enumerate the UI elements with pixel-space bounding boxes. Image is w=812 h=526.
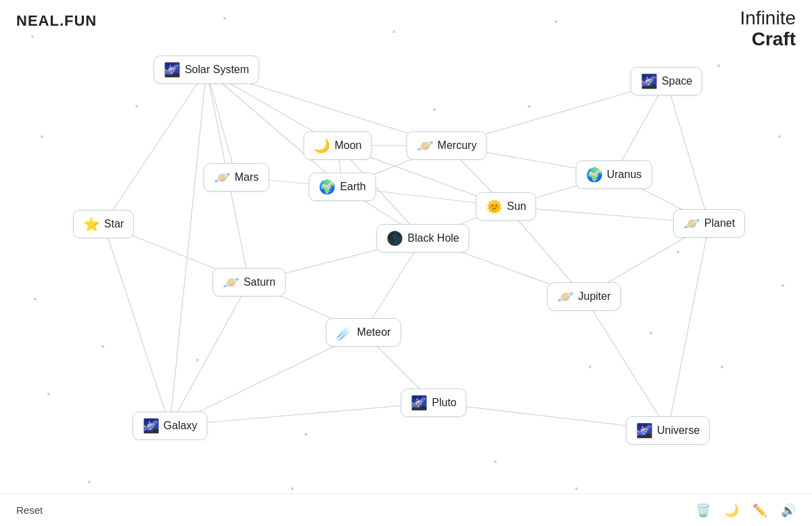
space-emoji: 🌌 <box>641 73 658 89</box>
decorative-dot <box>291 487 294 490</box>
meteor-label: Meteor <box>357 326 391 338</box>
solar-system-emoji: 🌌 <box>164 62 181 78</box>
mercury-label: Mercury <box>438 139 477 152</box>
trash-icon[interactable]: 🗑️ <box>696 503 710 518</box>
decorative-dot <box>223 17 226 20</box>
node-jupiter[interactable]: 🪐Jupiter <box>547 282 621 311</box>
uranus-emoji: 🌍 <box>586 167 603 183</box>
node-mars[interactable]: 🪐Mars <box>204 163 269 192</box>
decorative-dot <box>196 359 199 361</box>
star-label: Star <box>104 218 124 230</box>
mars-emoji: 🪐 <box>214 169 231 185</box>
connection-line <box>104 224 170 426</box>
moon-icon[interactable]: 🌙 <box>724 503 739 518</box>
jupiter-label: Jupiter <box>578 290 610 303</box>
decorative-dot <box>392 30 395 33</box>
saturn-emoji: 🪐 <box>223 274 240 290</box>
mars-label: Mars <box>235 171 259 183</box>
node-pluto[interactable]: 🌌Pluto <box>401 389 466 417</box>
star-emoji: ⭐ <box>83 216 100 232</box>
decorative-dot <box>575 487 578 490</box>
decorative-dot <box>31 35 34 38</box>
planet-emoji: 🪐 <box>683 215 700 232</box>
reset-button[interactable]: Reset <box>16 504 43 516</box>
earth-emoji: 🌍 <box>319 179 336 195</box>
connection-line <box>170 70 206 426</box>
brush-icon[interactable]: ✏️ <box>752 503 767 518</box>
node-space[interactable]: 🌌Space <box>631 67 702 95</box>
connection-line <box>668 223 709 431</box>
black-hole-emoji: 🌑 <box>386 230 403 246</box>
pluto-emoji: 🌌 <box>411 395 428 411</box>
decorative-dot <box>555 20 558 23</box>
bottom-bar: Reset 🗑️ 🌙 ✏️ 🔊 <box>0 494 812 526</box>
decorative-dot <box>494 460 497 463</box>
node-moon[interactable]: 🌙Moon <box>303 131 371 160</box>
sun-label: Sun <box>507 200 526 213</box>
connection-line <box>170 403 434 426</box>
node-meteor[interactable]: ☄️Meteor <box>326 318 401 347</box>
decorative-dot <box>778 135 781 138</box>
black-hole-label: Black Hole <box>407 232 459 244</box>
node-sun[interactable]: 🌞Sun <box>476 192 536 221</box>
decorative-dot <box>782 284 784 287</box>
toolbar: 🗑️ 🌙 ✏️ 🔊 <box>696 503 796 518</box>
node-uranus[interactable]: 🌍Uranus <box>576 160 652 189</box>
decorative-dot <box>47 393 50 395</box>
planet-label: Planet <box>704 217 735 229</box>
node-universe[interactable]: 🌌Universe <box>626 416 710 445</box>
connection-line <box>667 81 709 223</box>
saturn-label: Saturn <box>244 276 275 288</box>
decorative-dot <box>528 105 531 108</box>
sun-emoji: 🌞 <box>486 198 503 215</box>
decorative-dot <box>41 135 43 138</box>
pluto-label: Pluto <box>432 397 456 409</box>
node-solar-system[interactable]: 🌌Solar System <box>154 56 259 84</box>
space-label: Space <box>662 75 692 87</box>
node-planet[interactable]: 🪐Planet <box>673 209 745 238</box>
earth-label: Earth <box>340 181 365 193</box>
meteor-emoji: ☄️ <box>336 324 353 341</box>
universe-emoji: 🌌 <box>636 422 653 439</box>
node-earth[interactable]: 🌍Earth <box>309 173 376 201</box>
connection-line <box>206 70 236 177</box>
jupiter-emoji: 🪐 <box>557 288 574 305</box>
decorative-dot <box>433 108 436 111</box>
uranus-label: Uranus <box>607 169 642 181</box>
decorative-dot <box>88 481 91 483</box>
sound-icon[interactable]: 🔊 <box>781 503 796 518</box>
galaxy-emoji: 🌌 <box>143 418 160 434</box>
universe-label: Universe <box>657 424 700 437</box>
node-saturn[interactable]: 🪐Saturn <box>212 268 286 297</box>
moon-label: Moon <box>334 139 361 152</box>
decorative-dot <box>34 298 37 301</box>
decorative-dot <box>589 366 591 368</box>
connection-line <box>170 282 249 426</box>
galaxy-label: Galaxy <box>164 420 198 432</box>
node-mercury[interactable]: 🪐Mercury <box>407 131 487 160</box>
node-galaxy[interactable]: 🌌Galaxy <box>133 412 208 440</box>
decorative-dot <box>135 105 138 108</box>
moon-emoji: 🌙 <box>313 137 330 154</box>
connection-line <box>584 297 668 431</box>
decorative-dot <box>677 250 679 253</box>
decorative-dot <box>650 332 652 334</box>
decorative-dot <box>102 345 104 348</box>
decorative-dot <box>304 433 307 436</box>
node-black-hole[interactable]: 🌑Black Hole <box>376 224 469 253</box>
connection-line <box>104 70 206 224</box>
mercury-emoji: 🪐 <box>417 137 434 154</box>
solar-system-label: Solar System <box>185 64 249 76</box>
decorative-dot <box>721 366 723 368</box>
decorative-dot <box>717 64 720 67</box>
node-star[interactable]: ⭐Star <box>73 210 134 238</box>
